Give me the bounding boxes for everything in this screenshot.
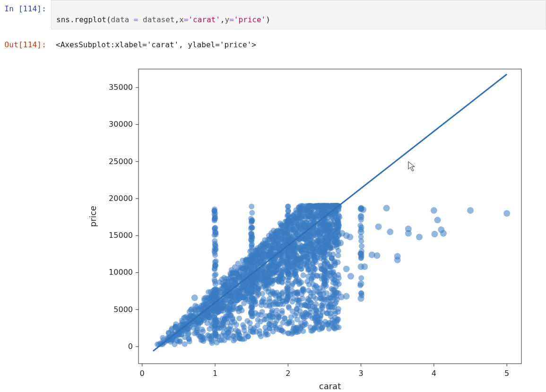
svg-point-2293 — [212, 241, 218, 246]
svg-point-2188 — [326, 326, 332, 331]
svg-point-2087 — [200, 329, 206, 334]
svg-point-2184 — [335, 253, 341, 258]
svg-point-2054 — [269, 281, 275, 287]
svg-point-2134 — [299, 208, 305, 214]
svg-point-1893 — [236, 331, 242, 337]
svg-point-1921 — [297, 245, 303, 251]
svg-point-2100 — [230, 306, 236, 312]
svg-point-2131 — [312, 266, 318, 272]
svg-point-2092 — [299, 266, 304, 272]
svg-point-2396 — [285, 294, 291, 300]
svg-point-2201 — [209, 339, 215, 344]
svg-point-2319 — [249, 204, 254, 209]
svg-point-2287 — [213, 281, 218, 287]
svg-point-2166 — [236, 315, 242, 321]
svg-point-1984 — [303, 251, 309, 256]
svg-point-2088 — [294, 265, 299, 270]
svg-point-2498 — [360, 206, 366, 213]
code-token-sep1: , — [174, 15, 179, 24]
svg-point-979 — [300, 272, 306, 278]
svg-point-1890 — [310, 281, 316, 287]
svg-point-2129 — [293, 210, 298, 216]
svg-point-2189 — [267, 236, 272, 242]
svg-point-2112 — [300, 328, 306, 334]
svg-point-2300 — [212, 293, 217, 299]
svg-point-2172 — [298, 215, 303, 221]
svg-point-1326 — [259, 302, 264, 308]
svg-point-2003 — [206, 289, 211, 295]
svg-point-2146 — [332, 278, 338, 283]
svg-point-2357 — [249, 243, 254, 249]
svg-point-1923 — [289, 299, 295, 305]
svg-point-2173 — [311, 218, 317, 224]
code-token-arg2key: x — [179, 15, 184, 24]
svg-point-2091 — [328, 264, 334, 270]
output-cell: Out[114]: <AxesSubplot:xlabel='carat', y… — [0, 36, 546, 54]
svg-point-1527 — [182, 341, 188, 347]
svg-point-2223 — [334, 320, 339, 326]
code-token-arg2val: 'carat' — [188, 15, 220, 24]
output-repr-text: <AxesSubplot:xlabel='carat', ylabel='pri… — [51, 36, 546, 54]
svg-text:2: 2 — [286, 369, 290, 378]
svg-point-2102 — [270, 302, 276, 307]
svg-point-2065 — [336, 306, 341, 312]
svg-point-2414 — [286, 270, 291, 276]
svg-point-2089 — [255, 317, 261, 323]
svg-point-1231 — [263, 330, 269, 336]
svg-point-2416 — [286, 219, 292, 225]
svg-point-2198 — [312, 315, 318, 321]
svg-point-2329 — [249, 225, 255, 231]
svg-point-2506 — [394, 257, 401, 263]
svg-point-2155 — [195, 330, 200, 335]
code-token-paren-open: ( — [106, 15, 111, 24]
svg-point-1997 — [267, 325, 272, 331]
svg-point-2483 — [337, 240, 344, 246]
svg-point-2508 — [405, 226, 412, 232]
svg-point-2482 — [336, 214, 342, 220]
svg-point-2055 — [275, 301, 281, 307]
svg-point-2037 — [219, 337, 225, 343]
svg-point-2441 — [321, 239, 327, 245]
svg-point-2413 — [285, 251, 291, 256]
svg-point-2349 — [249, 210, 255, 216]
svg-point-2501 — [374, 252, 381, 259]
svg-point-2040 — [228, 313, 234, 318]
svg-point-1887 — [310, 240, 316, 245]
svg-point-2052 — [280, 276, 286, 281]
svg-text:price: price — [88, 206, 98, 227]
svg-point-2478 — [358, 275, 364, 281]
svg-point-2356 — [248, 231, 254, 236]
output-prompt-label: Out[114]: — [0, 36, 51, 54]
svg-point-2515 — [467, 207, 474, 214]
svg-point-2415 — [285, 280, 291, 286]
svg-point-1671 — [221, 275, 227, 280]
svg-point-2149 — [278, 258, 284, 263]
svg-point-2218 — [235, 292, 241, 297]
svg-point-2014 — [290, 291, 296, 296]
svg-point-2497 — [358, 295, 364, 302]
svg-point-1552 — [260, 309, 265, 315]
svg-point-2456 — [321, 254, 327, 260]
code-token-eq3: = — [229, 15, 234, 24]
svg-point-2502 — [375, 223, 382, 230]
svg-text:5: 5 — [504, 369, 509, 378]
svg-point-2213 — [291, 272, 297, 278]
svg-point-2214 — [203, 302, 208, 307]
svg-point-2489 — [347, 234, 353, 240]
svg-point-2452 — [321, 227, 327, 233]
svg-point-2018 — [299, 291, 304, 297]
svg-point-2342 — [249, 281, 255, 287]
svg-point-2511 — [431, 231, 438, 237]
svg-point-2169 — [299, 260, 304, 265]
input-cell: In [114]: sns.regplot(data = dataset,x='… — [0, 0, 546, 29]
svg-point-2450 — [321, 219, 327, 225]
svg-point-2297 — [212, 305, 218, 311]
svg-point-2197 — [331, 287, 337, 293]
svg-point-2299 — [213, 263, 218, 269]
code-input-area[interactable]: sns.regplot(data = dataset,x='carat',y='… — [51, 0, 546, 29]
svg-point-1980 — [277, 314, 282, 320]
svg-point-2084 — [330, 269, 336, 275]
svg-point-1966 — [312, 252, 318, 257]
svg-point-2208 — [299, 313, 304, 319]
svg-point-2499 — [361, 263, 368, 270]
